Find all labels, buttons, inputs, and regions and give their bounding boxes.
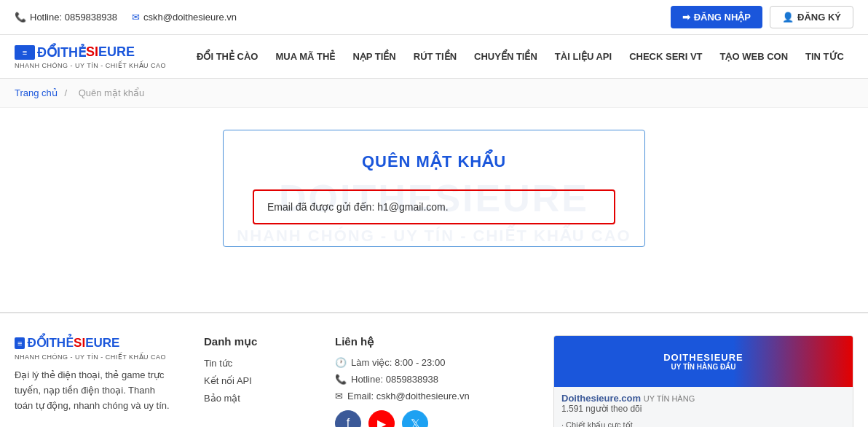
danh-muc-ket-noi-api[interactable]: Kết nối API <box>204 375 252 386</box>
nav-tao-web-con[interactable]: TẠO WEB CON <box>711 35 797 79</box>
success-prefix: Email đã được gửi đến: h <box>267 201 383 213</box>
nav-tin-tuc[interactable]: TIN TỨC <box>797 35 853 79</box>
success-message: Email đã được gửi đến: h1@gmail.com. <box>253 189 615 224</box>
fb-features: · Chiết khấu cực tốt· Rút tiền siêu tốc·… <box>561 418 845 427</box>
danh-muc-tin-tuc[interactable]: Tin tức <box>204 358 232 369</box>
logo-eure: EURE <box>98 44 135 60</box>
footer-email: ✉ Email: cskh@doithesieure.vn <box>335 391 524 401</box>
danh-muc-title: Danh mục <box>204 335 306 348</box>
footer-logo-icon: ≡ <box>15 337 25 349</box>
nav-check-seri-vt[interactable]: CHECK SERI VT <box>620 35 711 79</box>
breadcrumb-current: Quên mật khẩu <box>79 87 144 98</box>
logo-icon: ≡ <box>15 45 35 60</box>
facebook-icon[interactable]: f <box>335 410 361 427</box>
footer-description: Đại lý thẻ điện thoại, thẻ game trực tuy… <box>15 368 175 413</box>
breadcrumb-separator: / <box>64 87 67 98</box>
clock-icon: 🕐 <box>335 357 347 368</box>
nav-doi-the-cao[interactable]: ĐỔI THẺ CÀO <box>188 35 267 79</box>
danh-muc-list: Tin tức Kết nối API Bảo mật <box>204 357 306 404</box>
nav-nap-tien[interactable]: NẠP TIỀN <box>344 35 404 79</box>
footer-logo-the: THẺ <box>49 335 74 350</box>
danh-muc-bao-mat[interactable]: Bảo mật <box>204 393 240 404</box>
footer-phone-icon: 📞 <box>335 374 347 385</box>
list-item: Kết nối API <box>204 375 306 386</box>
fb-followers: 1.591 người theo dõi <box>561 404 845 414</box>
email-text: cskh@doithesieure.vn <box>143 12 237 23</box>
email-icon: ✉ <box>132 12 140 23</box>
breadcrumb-home[interactable]: Trang chủ <box>15 87 58 98</box>
footer-brand: ≡ ĐỔI THẺ SI EURE NHANH CHÓNG - UY TÍN -… <box>15 335 175 413</box>
phone-icon: 📞 <box>15 12 26 23</box>
footer-logo-eure: EURE <box>85 336 119 350</box>
fb-widget: DOITHESIEURE UY TÍN HÀNG ĐẦU Doithesieur… <box>553 335 853 427</box>
twitter-icon[interactable]: 𝕏 <box>402 410 428 427</box>
youtube-icon[interactable]: ▶ <box>368 410 395 427</box>
logo-main: ≡ ĐỔI THẺ SI EURE <box>15 44 166 60</box>
fb-tagline: UY TÍN HÀNG <box>644 394 695 403</box>
footer-email-icon: ✉ <box>335 391 343 401</box>
logo-subtitle: NHANH CHÓNG - UY TÍN - CHIẾT KHẤU CAO <box>15 62 166 69</box>
footer-hotline: 📞 Hotline: 0859838938 <box>335 374 524 385</box>
login-icon: ➡ <box>682 12 690 23</box>
nav-mua-ma-the[interactable]: MUA MÃ THẺ <box>267 35 344 79</box>
widget-tagline: UY TÍN HÀNG ĐẦU <box>663 363 743 371</box>
top-bar-right: ➡ ĐĂNG NHẬP 👤 ĐĂNG KÝ <box>671 6 853 28</box>
hotline-info: 📞 Hotline: 0859838938 <box>15 12 117 23</box>
logo-si: SI <box>86 44 98 60</box>
forgot-password-form: QUÊN MẬT KHẨU Email đã được gửi đến: h1@… <box>223 130 645 247</box>
logo[interactable]: ≡ ĐỔI THẺ SI EURE NHANH CHÓNG - UY TÍN -… <box>15 44 166 69</box>
hotline-text: Hotline: 0859838938 <box>30 12 117 23</box>
register-icon: 👤 <box>782 12 794 23</box>
fb-widget-body: Doithesieure.com UY TÍN HÀNG 1.591 người… <box>554 387 853 427</box>
footer-logo[interactable]: ≡ ĐỔI THẺ SI EURE <box>15 335 175 350</box>
footer-danh-muc: Danh mục Tin tức Kết nối API Bảo mật <box>204 335 306 410</box>
email-info: ✉ cskh@doithesieure.vn <box>132 12 237 23</box>
footer-inner: ≡ ĐỔI THẺ SI EURE NHANH CHÓNG - UY TÍN -… <box>15 335 853 427</box>
nav-links: ĐỔI THẺ CÀO MUA MÃ THẺ NẠP TIỀN RÚT TIỀN… <box>188 35 853 79</box>
footer-logo-si: SI <box>74 336 85 350</box>
social-icons: f ▶ 𝕏 <box>335 410 524 427</box>
top-bar-left: 📞 Hotline: 0859838938 ✉ cskh@doithesieur… <box>15 12 237 23</box>
footer-hotline-text: Hotline: 0859838938 <box>351 374 438 385</box>
top-bar: 📞 Hotline: 0859838938 ✉ cskh@doithesieur… <box>0 0 868 35</box>
main-content: DOITHESIEURE NHANH CHÓNG - UY TÍN - CHIẾ… <box>0 108 868 312</box>
footer-logo-doi: ĐỔI <box>27 335 49 350</box>
nav-rut-tien[interactable]: RÚT TIỀN <box>405 35 465 79</box>
footer-lien-he: Liên hệ 🕐 Làm việc: 8:00 - 23:00 📞 Hotli… <box>335 335 524 427</box>
logo-doi: ĐỔI <box>37 44 60 60</box>
list-item: Bảo mật <box>204 392 306 404</box>
fb-site-name: Doithesieure.com UY TÍN HÀNG <box>561 393 845 404</box>
widget-site-name: DOITHESIEURE <box>663 352 743 363</box>
widget-brand-text: DOITHESIEURE UY TÍN HÀNG ĐẦU <box>663 352 743 371</box>
register-label: ĐĂNG KÝ <box>797 12 841 23</box>
footer-logo-sub: NHANH CHÓNG - UY TÍN - CHIẾT KHẤU CAO <box>15 353 175 361</box>
work-hours-text: Làm việc: 8:00 - 23:00 <box>351 357 445 368</box>
footer-email-text: Email: cskh@doithesieure.vn <box>347 391 470 401</box>
lien-he-title: Liên hệ <box>335 335 524 348</box>
nav-bar: ≡ ĐỔI THẺ SI EURE NHANH CHÓNG - UY TÍN -… <box>0 35 868 79</box>
login-label: ĐĂNG NHẬP <box>694 12 751 23</box>
register-button[interactable]: 👤 ĐĂNG KÝ <box>770 6 853 28</box>
logo-the: THẺ <box>60 44 86 60</box>
footer: ≡ ĐỔI THẺ SI EURE NHANH CHÓNG - UY TÍN -… <box>0 312 868 427</box>
login-button[interactable]: ➡ ĐĂNG NHẬP <box>671 6 762 28</box>
form-title: QUÊN MẬT KHẨU <box>253 152 615 171</box>
work-hours: 🕐 Làm việc: 8:00 - 23:00 <box>335 357 524 368</box>
breadcrumb: Trang chủ / Quên mật khẩu <box>0 79 868 108</box>
nav-chuyen-tien[interactable]: CHUYỂN TIỀN <box>465 35 546 79</box>
nav-tai-lieu-api[interactable]: TÀI LIỆU API <box>546 35 620 79</box>
success-email: 1@gmail.com. <box>383 201 449 213</box>
list-item: Tin tức <box>204 357 306 369</box>
widget-thumbnail: DOITHESIEURE UY TÍN HÀNG ĐẦU <box>554 336 853 387</box>
